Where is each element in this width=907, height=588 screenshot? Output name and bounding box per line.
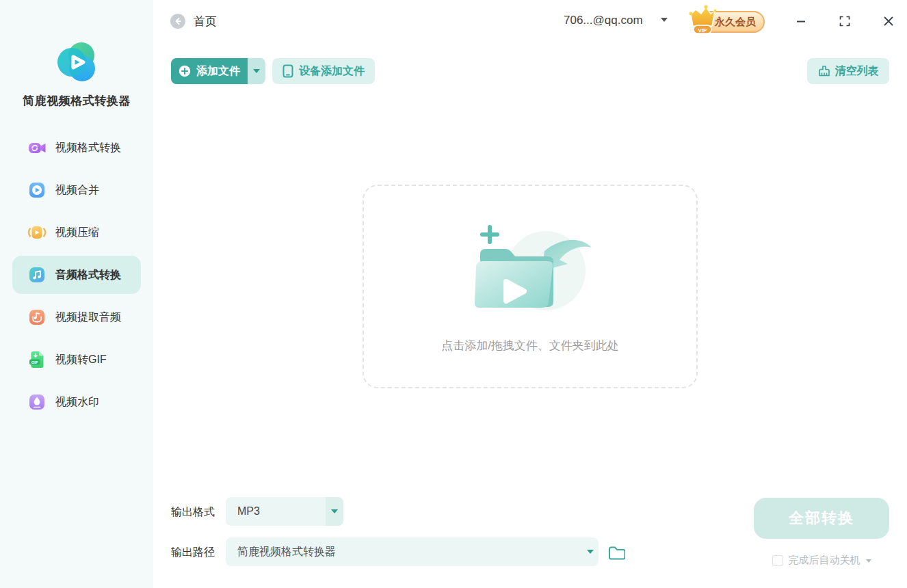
minimize-button[interactable] — [794, 14, 808, 28]
sidebar-item-video-compress[interactable]: 视频压缩 — [0, 211, 153, 254]
format-dropdown-zone[interactable] — [326, 497, 343, 526]
sidebar-item-video-merge[interactable]: 视频合并 — [0, 169, 153, 211]
sidebar-item-video-to-gif[interactable]: GIF 视频转GIF — [0, 338, 153, 381]
window-controls — [794, 0, 895, 42]
vip-crown-icon: VIP — [687, 5, 716, 36]
sidebar-item-video-convert[interactable]: 视频格式转换 — [0, 126, 153, 169]
video-convert-icon — [27, 138, 47, 157]
convert-all-button[interactable]: 全部转换 — [754, 498, 889, 539]
back-button[interactable] — [170, 14, 185, 29]
plus-circle-icon — [179, 65, 191, 77]
sidebar-item-label: 视频水印 — [55, 395, 99, 410]
shutdown-option: 完成后自动关机 — [754, 554, 889, 567]
add-file-dropdown-button[interactable] — [248, 58, 265, 84]
close-button[interactable] — [882, 14, 895, 28]
minimize-icon — [796, 16, 806, 27]
chevron-down-icon — [331, 509, 338, 513]
vip-label: 永久会员 — [715, 16, 756, 29]
main-content: 添加文件 设备添加文件 清空列表 — [153, 0, 907, 588]
video-merge-icon — [27, 181, 47, 200]
vip-badge[interactable]: 永久会员 VIP — [687, 8, 765, 35]
svg-text:VIP: VIP — [698, 27, 708, 34]
chevron-down-icon — [253, 69, 260, 73]
watermark-icon — [27, 392, 47, 412]
folder-icon — [607, 544, 625, 561]
video-to-gif-icon: GIF — [27, 350, 47, 369]
convert-all-label: 全部转换 — [789, 508, 854, 529]
browse-folder-button[interactable] — [607, 544, 625, 561]
sidebar-item-extract-audio[interactable]: 视频提取音频 — [0, 296, 153, 338]
sidebar-item-watermark[interactable]: 视频水印 — [0, 381, 153, 423]
dropzone-hint: 点击添加/拖拽文件、文件夹到此处 — [364, 338, 696, 353]
device-add-file-button[interactable]: 设备添加文件 — [272, 58, 375, 84]
app-title: 简鹿视频格式转换器 — [0, 93, 153, 109]
clear-list-label: 清空列表 — [835, 64, 879, 79]
output-path-label: 输出路径 — [171, 546, 215, 560]
page-title: 首页 — [194, 14, 217, 29]
app-window: 简鹿视频格式转换器 视频格式转换 — [0, 0, 907, 588]
add-file-button[interactable]: 添加文件 — [171, 58, 248, 84]
sidebar-item-label: 音频格式转换 — [55, 268, 121, 282]
sidebar-nav: 视频格式转换 视频合并 — [0, 126, 153, 423]
broom-icon — [818, 65, 830, 77]
shutdown-dropdown-caret-icon[interactable] — [866, 559, 871, 563]
account-email[interactable]: 706...@qq.com — [564, 14, 643, 27]
phone-icon — [282, 64, 293, 78]
clear-list-button[interactable]: 清空列表 — [807, 58, 889, 84]
video-compress-icon — [27, 223, 47, 242]
shutdown-label: 完成后自动关机 — [789, 554, 860, 567]
add-file-split-button: 添加文件 — [171, 58, 265, 84]
folder-graphic-icon — [451, 219, 609, 324]
sidebar-item-label: 视频压缩 — [55, 226, 99, 240]
sidebar-item-label: 视频合并 — [55, 183, 99, 198]
audio-convert-icon — [27, 265, 47, 284]
account-dropdown-caret-icon[interactable] — [661, 18, 668, 22]
output-path-input[interactable]: 简鹿视频格式转换器 — [226, 537, 599, 566]
sidebar-item-label: 视频提取音频 — [55, 310, 121, 325]
extract-audio-icon — [27, 308, 47, 327]
close-icon — [883, 16, 894, 27]
device-add-file-label: 设备添加文件 — [299, 64, 365, 79]
add-file-label: 添加文件 — [196, 64, 240, 79]
topbar: 首页 706...@qq.com 永久会员 VIP — [153, 0, 907, 42]
output-format-value: MP3 — [226, 505, 326, 518]
app-logo-icon — [0, 38, 153, 89]
chevron-down-icon — [587, 550, 594, 554]
shutdown-checkbox[interactable] — [772, 555, 783, 566]
svg-text:GIF: GIF — [31, 360, 38, 364]
maximize-icon — [839, 16, 850, 27]
sidebar-item-audio-convert[interactable]: 音频格式转换 — [0, 254, 153, 296]
sidebar: 简鹿视频格式转换器 视频格式转换 — [0, 0, 153, 588]
maximize-button[interactable] — [838, 14, 852, 28]
path-dropdown-zone[interactable] — [582, 537, 599, 566]
sidebar-item-label: 视频转GIF — [55, 353, 107, 367]
sidebar-item-label: 视频格式转换 — [55, 141, 121, 155]
back-arrow-icon — [174, 17, 182, 25]
file-dropzone[interactable]: 点击添加/拖拽文件、文件夹到此处 — [363, 185, 698, 388]
output-format-select[interactable]: MP3 — [226, 497, 343, 526]
output-path-value: 简鹿视频格式转换器 — [226, 545, 582, 559]
output-format-label: 输出格式 — [171, 505, 215, 520]
